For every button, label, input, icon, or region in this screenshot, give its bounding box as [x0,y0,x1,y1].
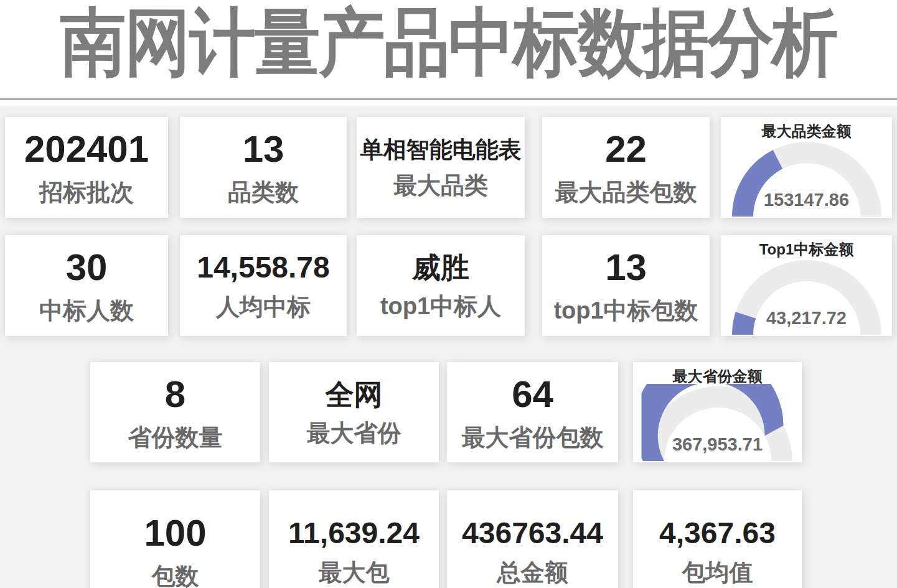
card-province-count: 8 省份数量 [90,362,260,462]
card-value: 436763.44 [462,518,603,548]
card-label: 总金额 [497,561,568,584]
card-value: 11,639.24 [288,518,420,548]
gauge-value: 153147.86 [721,190,892,210]
card-top1-winner: 威胜 top1中标人 [357,235,525,336]
card-category-count: 13 品类数 [180,117,347,218]
card-label: 最大省份包数 [462,426,604,449]
card-value: 13 [605,249,647,286]
gauge-max-category-amount: 最大品类金额 153147.86 [721,117,892,218]
card-value: 14,558.78 [197,253,330,282]
card-label: 省份数量 [128,426,223,449]
card-label: 最大包 [319,561,390,584]
card-max-province: 全网 最大省份 [269,362,439,462]
card-value: 30 [66,249,108,286]
card-label: 最大省份 [307,421,402,445]
card-label: 最大品类包数 [555,180,697,204]
card-winner-count: 30 中标人数 [5,235,168,336]
card-top1-packages: 13 top1中标包数 [542,235,710,336]
card-label: 人均中标 [216,295,311,319]
card-value: 8 [165,376,186,413]
page-title: 南网计量产品中标数据分析 [0,2,897,82]
card-value: 单相智能电能表 [360,138,522,161]
card-value: 13 [243,131,284,168]
card-max-province-packages: 64 最大省份包数 [447,362,618,462]
gauge-title: Top1中标金额 [721,240,892,259]
card-value: 64 [512,376,553,413]
card-label: 包均值 [682,561,753,584]
card-value: 100 [144,515,206,552]
gauge-top1-amount: Top1中标金额 43,217.72 [721,235,892,336]
gauge-value: 43,217.72 [721,308,892,329]
card-package-average: 4,367.63 包均值 [633,490,802,588]
card-value: 22 [605,131,647,168]
card-label: top1中标人 [380,294,501,318]
card-label: 品类数 [228,180,299,204]
card-label: top1中标包数 [553,299,698,322]
card-label: 包数 [152,564,199,588]
card-value: 全网 [326,380,383,409]
gauge-title: 最大品类金额 [721,121,892,141]
title-divider [0,98,897,100]
card-value: 202401 [24,131,149,168]
card-value: 威胜 [412,253,469,282]
card-label: 招标批次 [39,180,134,204]
card-value: 4,367.63 [659,518,776,548]
card-package-count: 100 包数 [90,490,260,588]
gauge-value: 367,953.71 [633,434,802,455]
card-label: 中标人数 [39,299,134,322]
gauge-max-province-amount: 最大省份金额 367,953.71 [633,362,802,462]
card-max-category-packages: 22 最大品类包数 [542,117,710,218]
card-bid-batch: 202401 招标批次 [5,117,168,218]
card-label: 最大品类 [393,174,488,197]
card-max-category: 单相智能电能表 最大品类 [357,117,525,218]
card-average-win: 14,558.78 人均中标 [180,235,347,336]
card-total-amount: 436763.44 总金额 [447,490,618,588]
card-max-package: 11,639.24 最大包 [269,490,439,588]
